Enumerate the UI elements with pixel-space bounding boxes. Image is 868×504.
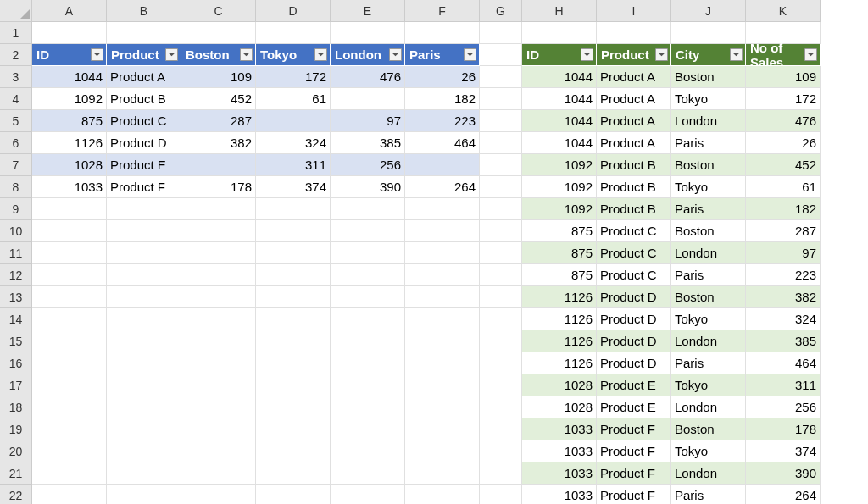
empty-cell[interactable]: [32, 352, 107, 374]
data-cell[interactable]: 1044: [522, 66, 597, 88]
row-header-14[interactable]: 14: [0, 308, 32, 330]
empty-cell[interactable]: [480, 88, 522, 110]
empty-cell[interactable]: [405, 352, 480, 374]
data-cell[interactable]: Tokyo: [671, 176, 746, 198]
data-cell[interactable]: Paris: [671, 198, 746, 220]
empty-cell[interactable]: [181, 286, 256, 308]
column-header-K[interactable]: K: [746, 0, 821, 22]
empty-cell[interactable]: [256, 418, 331, 440]
table-header[interactable]: Tokyo: [256, 44, 331, 66]
data-cell[interactable]: Tokyo: [671, 440, 746, 462]
empty-cell[interactable]: [32, 264, 107, 286]
data-cell[interactable]: 1126: [522, 286, 597, 308]
data-cell[interactable]: Product C: [107, 110, 181, 132]
data-cell[interactable]: Product E: [107, 154, 181, 176]
empty-cell[interactable]: [256, 198, 331, 220]
data-cell[interactable]: 178: [181, 176, 256, 198]
empty-cell[interactable]: [256, 264, 331, 286]
row-header-18[interactable]: 18: [0, 396, 32, 418]
empty-cell[interactable]: [331, 308, 405, 330]
empty-cell[interactable]: [107, 22, 181, 44]
data-cell[interactable]: 875: [522, 220, 597, 242]
data-cell[interactable]: Product A: [597, 88, 671, 110]
data-cell[interactable]: 109: [181, 66, 256, 88]
empty-cell[interactable]: [405, 198, 480, 220]
empty-cell[interactable]: [256, 462, 331, 485]
empty-cell[interactable]: [480, 242, 522, 264]
empty-cell[interactable]: [32, 396, 107, 418]
empty-cell[interactable]: [405, 418, 480, 440]
filter-dropdown-icon[interactable]: [91, 48, 103, 61]
data-cell[interactable]: 452: [746, 154, 821, 176]
empty-cell[interactable]: [181, 374, 256, 396]
empty-cell[interactable]: [405, 264, 480, 286]
column-header-E[interactable]: E: [331, 0, 405, 22]
data-cell[interactable]: 1044: [522, 132, 597, 154]
empty-cell[interactable]: [480, 110, 522, 132]
empty-cell[interactable]: [405, 396, 480, 418]
data-cell[interactable]: Product D: [597, 286, 671, 308]
empty-cell[interactable]: [480, 220, 522, 242]
row-header-11[interactable]: 11: [0, 242, 32, 264]
empty-cell[interactable]: [331, 440, 405, 462]
data-cell[interactable]: [405, 154, 480, 176]
empty-cell[interactable]: [256, 242, 331, 264]
data-cell[interactable]: 61: [746, 176, 821, 198]
data-cell[interactable]: Paris: [671, 264, 746, 286]
empty-cell[interactable]: [405, 462, 480, 485]
data-cell[interactable]: Product A: [597, 132, 671, 154]
empty-cell[interactable]: [107, 396, 181, 418]
data-cell[interactable]: Product F: [107, 176, 181, 198]
empty-cell[interactable]: [480, 66, 522, 88]
data-cell[interactable]: Tokyo: [671, 308, 746, 330]
row-header-16[interactable]: 16: [0, 352, 32, 374]
data-cell[interactable]: Paris: [671, 352, 746, 374]
filter-dropdown-icon[interactable]: [655, 48, 668, 61]
filter-dropdown-icon[interactable]: [804, 48, 817, 61]
data-cell[interactable]: 452: [181, 88, 256, 110]
data-cell[interactable]: 390: [746, 462, 821, 485]
data-cell[interactable]: 311: [746, 374, 821, 396]
empty-cell[interactable]: [181, 264, 256, 286]
empty-cell[interactable]: [32, 374, 107, 396]
empty-cell[interactable]: [405, 330, 480, 352]
spreadsheet-grid[interactable]: ABCDEFGHIJK12IDProductBostonTokyoLondonP…: [0, 0, 868, 504]
empty-cell[interactable]: [480, 308, 522, 330]
data-cell[interactable]: Product A: [597, 110, 671, 132]
data-cell[interactable]: 324: [256, 132, 331, 154]
empty-cell[interactable]: [480, 264, 522, 286]
row-header-9[interactable]: 9: [0, 198, 32, 220]
empty-cell[interactable]: [405, 286, 480, 308]
column-header-F[interactable]: F: [405, 0, 480, 22]
empty-cell[interactable]: [107, 462, 181, 485]
data-cell[interactable]: 26: [405, 66, 480, 88]
data-cell[interactable]: 1033: [522, 418, 597, 440]
table-header[interactable]: ID: [522, 44, 597, 66]
data-cell[interactable]: 1044: [32, 66, 107, 88]
data-cell[interactable]: 374: [746, 440, 821, 462]
empty-cell[interactable]: [32, 418, 107, 440]
empty-cell[interactable]: [181, 220, 256, 242]
data-cell[interactable]: 61: [256, 88, 331, 110]
empty-cell[interactable]: [181, 330, 256, 352]
data-cell[interactable]: 1126: [522, 330, 597, 352]
data-cell[interactable]: 385: [331, 132, 405, 154]
empty-cell[interactable]: [181, 462, 256, 485]
data-cell[interactable]: [256, 110, 331, 132]
data-cell[interactable]: 1092: [522, 176, 597, 198]
data-cell[interactable]: 264: [405, 176, 480, 198]
empty-cell[interactable]: [480, 462, 522, 485]
data-cell[interactable]: Boston: [671, 66, 746, 88]
data-cell[interactable]: Product B: [597, 198, 671, 220]
empty-cell[interactable]: [181, 440, 256, 462]
data-cell[interactable]: 1033: [32, 176, 107, 198]
empty-cell[interactable]: [107, 330, 181, 352]
data-cell[interactable]: 256: [331, 154, 405, 176]
data-cell[interactable]: 1028: [32, 154, 107, 176]
empty-cell[interactable]: [671, 22, 746, 44]
empty-cell[interactable]: [32, 286, 107, 308]
filter-dropdown-icon[interactable]: [389, 48, 402, 61]
data-cell[interactable]: Boston: [671, 154, 746, 176]
filter-dropdown-icon[interactable]: [581, 48, 593, 61]
data-cell[interactable]: 476: [746, 110, 821, 132]
